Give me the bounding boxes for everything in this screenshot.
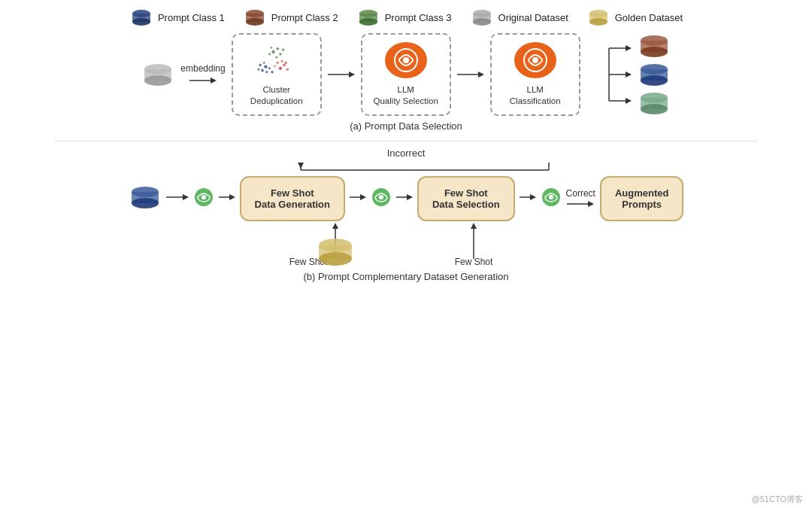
arrow-svg-1 [328, 69, 355, 80]
svg-marker-85 [407, 194, 413, 200]
llm-class-label: LLM Classification [510, 84, 561, 107]
svg-point-40 [270, 47, 272, 49]
svg-point-26 [271, 71, 274, 74]
output-cylinder-brown [638, 35, 671, 57]
svg-point-20 [264, 65, 267, 68]
llm-quality-box: LLM Quality Selection [361, 33, 451, 116]
svg-point-37 [268, 53, 271, 55]
svg-marker-70 [298, 163, 304, 169]
legend-item-2: Prompt Class 2 [243, 9, 338, 26]
cluster-label: Cluster Deduplication [250, 84, 303, 107]
few-shot-bottom-svg: Few Shot Few Shot [150, 221, 662, 266]
svg-point-21 [261, 69, 264, 72]
embedding-label: embedding [180, 63, 225, 74]
section-b-flow: Few Shot Data Generation [15, 176, 797, 221]
output-cylinder-blue [638, 63, 671, 86]
legend-label-5: Golden Dataset [615, 12, 683, 23]
svg-marker-75 [183, 194, 189, 200]
svg-marker-56 [626, 98, 632, 104]
svg-point-33 [274, 65, 276, 67]
llm-class-icon-svg [522, 47, 549, 74]
openai-icon-1 [193, 187, 214, 211]
blue-cylinder-b [129, 186, 162, 211]
svg-marker-87 [530, 194, 536, 200]
output-cylinders [638, 35, 671, 114]
svg-point-97 [319, 252, 352, 266]
arrow-b5 [520, 192, 536, 205]
svg-point-8 [359, 18, 377, 26]
svg-point-36 [277, 47, 280, 50]
svg-marker-47 [478, 71, 484, 78]
svg-point-35 [272, 50, 275, 53]
section-a-label: (a) Prompt Data Selection [350, 120, 462, 132]
svg-point-59 [641, 47, 668, 57]
cylinder-icon-1 [129, 9, 153, 26]
legend-label-4: Original Dataset [498, 12, 568, 23]
svg-marker-81 [360, 194, 366, 200]
legend: Prompt Class 1 Prompt Class 2 Prompt Cla… [15, 9, 797, 26]
svg-point-32 [281, 60, 283, 62]
legend-item-3: Prompt Class 3 [356, 9, 452, 26]
blue-cyl-svg [129, 186, 162, 208]
svg-marker-91 [588, 201, 594, 207]
output-row-3 [638, 92, 671, 114]
few-shot-sel-box: Few Shot Data Selection [417, 176, 515, 221]
svg-marker-99 [471, 223, 477, 229]
svg-point-23 [259, 64, 262, 67]
embedding-arrow [189, 75, 217, 86]
svg-point-62 [641, 75, 668, 86]
svg-marker-19 [211, 78, 217, 84]
output-row-2 [638, 63, 671, 86]
arrow-b3 [350, 192, 366, 205]
svg-point-38 [279, 53, 282, 56]
llm-class-box: LLM Classification [490, 33, 580, 116]
output-row-1 [638, 35, 671, 57]
llm-quality-icon [385, 42, 427, 78]
cylinder-icon-5 [586, 9, 611, 26]
legend-item-1: Prompt Class 1 [129, 9, 225, 26]
cylinder-icon-4 [470, 9, 494, 26]
original-dataset-a [141, 63, 174, 86]
svg-point-41 [282, 48, 285, 51]
svg-point-25 [263, 62, 265, 64]
section-a: embedding [15, 33, 797, 132]
cluster-dedup-box: Cluster Deduplication [232, 33, 322, 116]
legend-item-5: Golden Dataset [586, 9, 683, 26]
cylinder-icon-3 [356, 9, 380, 26]
augmented-prompts-box: Augmented Prompts [600, 176, 684, 221]
svg-marker-54 [626, 45, 632, 51]
svg-point-65 [641, 104, 668, 114]
branch-arrow-svg [586, 33, 632, 116]
svg-point-49 [532, 57, 538, 63]
few-shot-bottom: Few Shot Few Shot [150, 221, 662, 266]
correct-arrow-group: Correct [566, 188, 595, 209]
legend-label-1: Prompt Class 1 [158, 12, 225, 23]
llm-icon-svg [392, 47, 420, 74]
svg-point-31 [286, 68, 289, 71]
few-shot-gen-box: Few Shot Data Generation [240, 176, 345, 221]
correct-label: Correct [566, 188, 595, 199]
svg-point-83 [379, 195, 383, 199]
arrow-2 [457, 69, 484, 80]
legend-label-2: Prompt Class 2 [271, 12, 338, 23]
svg-text:Few Shot: Few Shot [455, 257, 493, 266]
svg-point-29 [283, 64, 286, 67]
llm-class-icon [514, 42, 556, 78]
svg-marker-43 [349, 71, 355, 78]
legend-label-3: Prompt Class 3 [385, 12, 452, 23]
arrow-svg-2 [457, 69, 484, 80]
llm-quality-label: LLM Quality Selection [374, 84, 438, 107]
svg-marker-93 [332, 223, 338, 229]
watermark: @51CTO博客 [752, 494, 803, 505]
svg-point-39 [276, 56, 278, 59]
embedding-arrow-group: embedding [180, 63, 225, 86]
svg-marker-55 [626, 71, 632, 78]
svg-point-22 [268, 67, 271, 69]
legend-item-4: Original Dataset [470, 9, 568, 26]
original-cylinder-a [141, 63, 174, 86]
svg-point-73 [132, 198, 159, 208]
arrow-b2 [219, 192, 235, 205]
arrow-b4 [396, 192, 413, 205]
svg-point-30 [277, 62, 279, 64]
incorrect-arrow-svg: Incorrect [150, 148, 662, 176]
